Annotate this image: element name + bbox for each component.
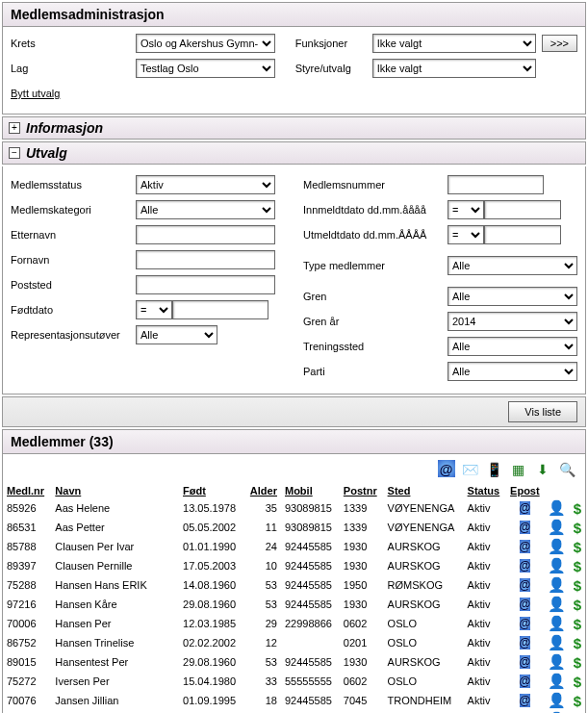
minus-icon[interactable]: − xyxy=(9,147,20,159)
at-icon[interactable]: @ xyxy=(520,598,531,611)
treningssted-select[interactable]: Alle xyxy=(447,337,577,356)
cell-fodt: 14.08.1960 xyxy=(179,575,243,595)
col-alder[interactable]: Alder xyxy=(243,483,281,498)
col-status[interactable]: Status xyxy=(464,483,507,498)
dollar-icon[interactable]: $ xyxy=(574,520,581,536)
table-row[interactable]: 86531Aas Petter05.05.200211930898151339V… xyxy=(3,518,585,537)
type-select[interactable]: Alle xyxy=(447,256,577,275)
col-navn[interactable]: Navn xyxy=(51,483,179,498)
utmeldt-input[interactable] xyxy=(484,225,561,244)
lag-select[interactable]: Testlag Oslo xyxy=(136,59,275,78)
medlemsnummer-input[interactable] xyxy=(447,175,544,194)
table-row[interactable]: 75288Hansen Hans ERIK14.08.1960539244558… xyxy=(3,575,585,595)
col-medlnr[interactable]: Medl.nr xyxy=(3,483,51,498)
dollar-icon[interactable]: $ xyxy=(574,693,581,709)
medlemsnummer-label: Medlemsnummer xyxy=(303,179,447,191)
at-icon[interactable]: @ xyxy=(520,675,531,688)
search-icon[interactable]: 🔍 xyxy=(558,460,575,477)
etternavn-input[interactable] xyxy=(136,225,275,244)
person-icon[interactable]: 👤 xyxy=(548,692,566,708)
table-row[interactable]: 86752Hansen Trinelise02.02.2002120201OSL… xyxy=(3,633,585,652)
dollar-icon[interactable]: $ xyxy=(574,597,581,613)
col-epost[interactable]: Epost xyxy=(506,483,544,498)
cell-sted: RØMSKOG xyxy=(384,575,464,595)
cell-fodt: 29.08.1960 xyxy=(179,595,243,614)
cell-mobil xyxy=(281,633,340,652)
at-icon[interactable]: @ xyxy=(520,636,531,649)
members-title: Medlemmer (33) xyxy=(3,430,585,454)
funksjoner-select[interactable]: Ikke valgt xyxy=(372,34,536,53)
poststed-input[interactable] xyxy=(136,275,275,294)
fornavn-input[interactable] xyxy=(136,250,275,269)
plus-icon[interactable]: + xyxy=(9,122,20,134)
person-icon[interactable]: 👤 xyxy=(548,519,566,535)
cell-status: Aktiv xyxy=(464,537,507,556)
cell-fodt: 05.05.2002 xyxy=(179,518,243,537)
dollar-icon[interactable]: $ xyxy=(574,558,581,574)
go-button[interactable]: >>> xyxy=(542,35,577,52)
table-row[interactable]: 85926Aas Helene13.05.197835930898151339V… xyxy=(3,498,585,518)
table-row[interactable]: 70006Hansen Per12.03.198529229988660602O… xyxy=(3,614,585,633)
utmeldt-op[interactable]: = xyxy=(447,225,484,244)
person-icon[interactable]: 👤 xyxy=(548,499,566,516)
dollar-icon[interactable]: $ xyxy=(574,500,581,517)
krets-select[interactable]: Oslo og Akershus Gymn- o xyxy=(136,34,275,53)
col-mobil[interactable]: Mobil xyxy=(281,483,340,498)
cell-mobil: 93089815 xyxy=(281,498,340,518)
informasjon-section[interactable]: + Informasjon xyxy=(2,116,586,140)
table-row[interactable]: 89015Hansentest Per29.08.196053924455851… xyxy=(3,652,585,672)
styre-select[interactable]: Ikke valgt xyxy=(372,59,536,78)
repr-select[interactable]: Alle xyxy=(136,325,217,344)
person-icon[interactable]: 👤 xyxy=(548,557,566,573)
person-icon[interactable]: 👤 xyxy=(548,538,566,554)
at-icon[interactable]: @ xyxy=(520,521,531,534)
person-icon[interactable]: 👤 xyxy=(548,615,566,631)
col-fodt[interactable]: Født xyxy=(179,483,243,498)
at-icon[interactable]: @ xyxy=(520,501,531,515)
at-icon[interactable]: @ xyxy=(520,694,531,707)
table-row[interactable]: 85788Clausen Per Ivar01.01.1990249244558… xyxy=(3,537,585,556)
dollar-icon[interactable]: $ xyxy=(574,635,581,651)
at-icon[interactable]: @ xyxy=(520,617,531,630)
medlemskategori-select[interactable]: Alle xyxy=(136,200,275,219)
person-icon[interactable]: 👤 xyxy=(548,673,566,689)
table-row[interactable]: 97216Hansen Kåre29.08.196053924455851930… xyxy=(3,595,585,614)
gren-select[interactable]: Alle xyxy=(447,287,577,306)
cell-mobil: 92445585 xyxy=(281,537,340,556)
cell-nr: 97216 xyxy=(3,595,51,614)
fodtdato-input[interactable] xyxy=(172,300,268,319)
cell-nr: 75272 xyxy=(3,672,51,691)
dollar-icon[interactable]: $ xyxy=(574,674,581,690)
at-icon[interactable]: @ xyxy=(520,540,531,553)
innmeldt-input[interactable] xyxy=(484,200,561,219)
grenaar-select[interactable]: 2014 xyxy=(447,312,577,331)
table-row[interactable]: 89397Clausen Pernille17.05.2003109244558… xyxy=(3,556,585,575)
medlemsstatus-select[interactable]: Aktiv xyxy=(136,175,275,194)
col-sted[interactable]: Sted xyxy=(384,483,464,498)
parti-select[interactable]: Alle xyxy=(447,362,577,381)
table-row[interactable]: 70076Jansen Jillian01.09.199518924455857… xyxy=(3,691,585,710)
dollar-icon[interactable]: $ xyxy=(574,577,581,594)
dollar-icon[interactable]: $ xyxy=(574,616,581,632)
at-icon[interactable]: @ xyxy=(520,578,531,592)
mail-icon[interactable]: ✉️ xyxy=(462,460,479,477)
table-row[interactable]: 75272Iversen Per15.04.198033555555550602… xyxy=(3,672,585,691)
export-icon[interactable]: ⬇ xyxy=(534,460,551,477)
visliste-button[interactable]: Vis liste xyxy=(508,401,577,422)
phone-icon[interactable]: 📱 xyxy=(486,460,503,477)
person-icon[interactable]: 👤 xyxy=(548,576,566,593)
at-icon[interactable]: @ xyxy=(520,655,531,669)
innmeldt-op[interactable]: = xyxy=(447,200,484,219)
col-postnr[interactable]: Postnr xyxy=(340,483,384,498)
person-icon[interactable]: 👤 xyxy=(548,653,566,670)
fodtdato-op[interactable]: = xyxy=(136,300,172,319)
utvalg-section-header[interactable]: − Utvalg xyxy=(2,141,586,165)
email-icon[interactable]: @ xyxy=(438,460,455,477)
person-icon[interactable]: 👤 xyxy=(548,596,566,612)
bytt-utvalg-link[interactable]: Bytt utvalg xyxy=(11,88,60,99)
excel-icon[interactable]: ▦ xyxy=(510,460,527,477)
person-icon[interactable]: 👤 xyxy=(548,634,566,650)
dollar-icon[interactable]: $ xyxy=(574,654,581,671)
at-icon[interactable]: @ xyxy=(520,559,531,573)
dollar-icon[interactable]: $ xyxy=(574,539,581,555)
